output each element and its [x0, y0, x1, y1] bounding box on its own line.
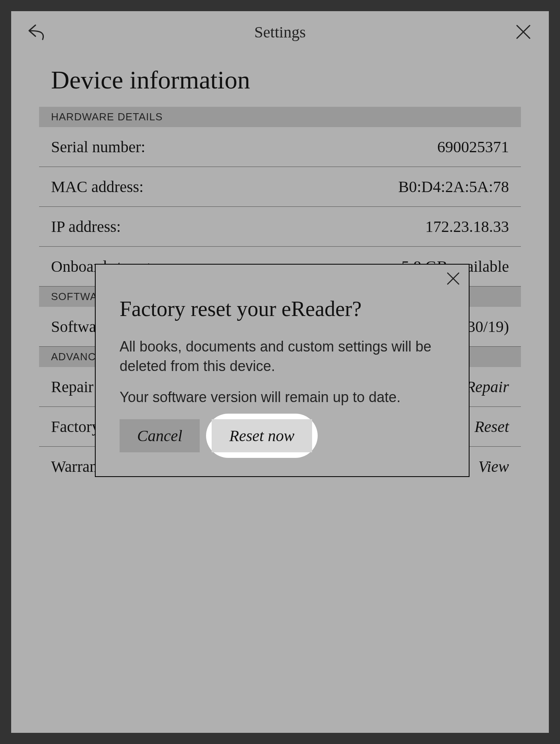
dialog-body: All books, documents and custom settings…: [120, 337, 445, 407]
topbar-title: Settings: [46, 23, 514, 41]
screen: Settings Device information HARDWARE DET…: [11, 11, 549, 733]
dialog-text-2: Your software version will remain up to …: [120, 388, 445, 407]
row-ip: IP address: 172.23.18.33: [39, 207, 521, 247]
mac-label: MAC address:: [51, 177, 143, 196]
row-serial: Serial number: 690025371: [39, 127, 521, 167]
section-hardware-header: HARDWARE DETAILS: [39, 107, 521, 127]
warranty-action[interactable]: View: [478, 457, 509, 476]
page-title: Device information: [39, 65, 521, 95]
close-icon: [515, 24, 531, 40]
ip-label: IP address:: [51, 217, 121, 236]
dialog-text-1: All books, documents and custom settings…: [120, 337, 445, 376]
dialog-title: Factory reset your eReader?: [120, 296, 445, 321]
serial-value: 690025371: [437, 137, 509, 156]
back-arrow-icon: [28, 24, 46, 40]
dialog-buttons: Cancel Reset now: [120, 419, 445, 452]
repair-action[interactable]: Repair: [466, 377, 509, 396]
cancel-button[interactable]: Cancel: [120, 419, 200, 452]
serial-label: Serial number:: [51, 137, 145, 156]
mac-value: B0:D4:2A:5A:78: [398, 177, 509, 196]
factory-reset-dialog: Factory reset your eReader? All books, d…: [95, 264, 470, 477]
device-frame: Settings Device information HARDWARE DET…: [0, 0, 560, 744]
close-icon: [446, 272, 460, 285]
row-mac: MAC address: B0:D4:2A:5A:78: [39, 167, 521, 207]
reset-action[interactable]: Reset: [474, 417, 509, 436]
close-button[interactable]: [514, 22, 533, 41]
reset-now-button[interactable]: Reset now: [212, 419, 312, 452]
ip-value: 172.23.18.33: [425, 217, 509, 236]
dialog-close-button[interactable]: [446, 272, 460, 287]
reset-highlight: Reset now: [212, 419, 312, 452]
back-button[interactable]: [27, 22, 46, 41]
topbar: Settings: [11, 11, 549, 49]
